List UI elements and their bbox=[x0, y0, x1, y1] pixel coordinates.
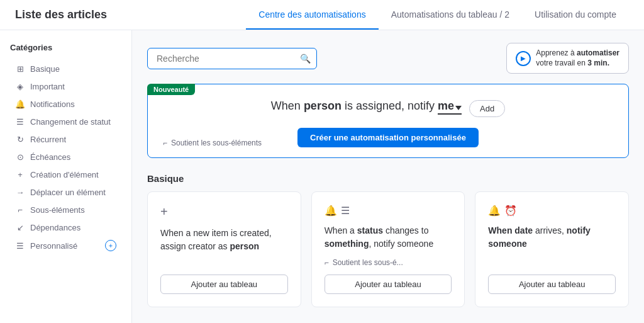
tab-centre[interactable]: Centre des automatisations bbox=[246, 1, 378, 30]
sidebar-item-changement[interactable]: ☰ Changement de statut bbox=[10, 113, 121, 130]
status-bold: status bbox=[357, 225, 383, 235]
card-text: When date arrives, notify someone bbox=[488, 224, 616, 267]
nouveaute-badge: Nouveauté bbox=[147, 84, 195, 95]
featured-row: When person is assigned, notify me Add bbox=[168, 99, 608, 118]
card-icons: + bbox=[160, 205, 288, 219]
card-text: When a status changes to something, noti… bbox=[325, 224, 452, 251]
card-status-change: 🔔 ☰ When a status changes to something, … bbox=[311, 191, 465, 307]
content: Catégories ⊞ Basique ◈ Important 🔔 Notif… bbox=[0, 30, 644, 323]
subitems-label: Soutient les sous-éléments bbox=[171, 139, 262, 147]
sidebar-item-notifications[interactable]: 🔔 Notifications bbox=[10, 95, 121, 113]
sidebar-item-dependances[interactable]: ↙ Dépendances bbox=[10, 218, 121, 236]
dependency-icon: ↙ bbox=[15, 222, 25, 232]
me-underline: me bbox=[438, 99, 462, 113]
play-icon: ▶ bbox=[516, 51, 531, 66]
something-bold: something bbox=[325, 239, 369, 249]
sidebar-item-label: Important bbox=[30, 82, 116, 91]
sidebar-item-basique[interactable]: ⊞ Basique bbox=[10, 60, 121, 77]
sidebar-item-deplacer[interactable]: → Déplacer un élément bbox=[10, 183, 121, 201]
cards-grid-basique: + When a new item is created, assign cre… bbox=[147, 191, 629, 307]
card-date-arrives: 🔔 ⏰ When date arrives, notify someone Aj… bbox=[475, 191, 629, 307]
sidebar-item-label: Notifications bbox=[30, 99, 116, 109]
card-new-item: + When a new item is created, assign cre… bbox=[147, 191, 301, 307]
sidebar-item-label: Basique bbox=[30, 64, 116, 74]
add-custom-button[interactable]: + bbox=[105, 240, 116, 251]
tab-tableau[interactable]: Automatisations du tableau / 2 bbox=[379, 1, 522, 30]
subitems-text: Soutient les sous-é... bbox=[333, 258, 403, 267]
learn-text: Apprenez à automatiservotre travail en 3… bbox=[536, 48, 619, 68]
add-to-board-button-2[interactable]: Ajouter au tableau bbox=[325, 275, 452, 294]
featured-card: Nouveauté When person is assigned, notif… bbox=[147, 84, 629, 158]
sidebar-item-important[interactable]: ◈ Important bbox=[10, 77, 121, 95]
sidebar-item-personnalise[interactable]: ☰ Personnalisé + bbox=[10, 236, 121, 255]
sidebar-item-creation[interactable]: + Création d'élément bbox=[10, 166, 121, 183]
learn-button[interactable]: ▶ Apprenez à automatiservotre travail en… bbox=[506, 43, 629, 74]
create-custom-button[interactable]: Créer une automatisation personnalisée bbox=[297, 128, 479, 147]
sidebar-item-label: Changement de statut bbox=[30, 117, 116, 127]
sidebar-item-sous-elements[interactable]: ⌐ Sous-éléments bbox=[10, 201, 121, 218]
arrow-down-icon bbox=[455, 106, 462, 110]
add-to-board-button-1[interactable]: Ajouter au tableau bbox=[160, 275, 288, 294]
sidebar-item-label: Personnalisé bbox=[30, 241, 100, 251]
list-icon: ☰ bbox=[341, 205, 350, 217]
subitems-icon: ⌐ bbox=[163, 139, 167, 147]
bell-icon: 🔔 bbox=[488, 205, 501, 217]
arrow-right-icon: → bbox=[15, 187, 25, 197]
sidebar-item-echeances[interactable]: ⊙ Échéances bbox=[10, 148, 121, 166]
subitems-note: ⌐ Soutient les sous-éléments bbox=[163, 139, 262, 147]
header: Liste des articles Centre des automatisa… bbox=[0, 0, 644, 30]
card-text: When a new item is created, assign creat… bbox=[160, 227, 288, 267]
bell-icon: 🔔 bbox=[15, 99, 25, 109]
sidebar-item-label: Déplacer un élément bbox=[30, 188, 116, 197]
grid-icon: ⊞ bbox=[15, 64, 25, 74]
custom-icon: ☰ bbox=[15, 241, 25, 251]
recurrent-icon: ↻ bbox=[15, 134, 25, 144]
card-icons: 🔔 ⏰ bbox=[488, 205, 616, 217]
main-content: 🔍 ▶ Apprenez à automatiservotre travail … bbox=[132, 30, 644, 323]
tabs: Centre des automatisations Automatisatio… bbox=[246, 1, 629, 30]
search-icon: 🔍 bbox=[300, 54, 311, 64]
section-title-basique: Basique bbox=[147, 173, 629, 184]
sidebar-section-title: Catégories bbox=[10, 43, 121, 52]
sidebar-item-label: Échéances bbox=[30, 152, 116, 162]
clock-icon: ⏰ bbox=[504, 205, 517, 217]
tab-compte[interactable]: Utilisation du compte bbox=[522, 1, 629, 30]
subitems-icon: ⌐ bbox=[15, 205, 25, 215]
add-button[interactable]: Add bbox=[469, 100, 505, 117]
bell-icon: 🔔 bbox=[325, 205, 337, 217]
search-container: 🔍 bbox=[147, 48, 317, 69]
page-title: Liste des articles bbox=[15, 8, 107, 21]
plus-icon: + bbox=[15, 169, 25, 179]
sidebar-item-label: Dépendances bbox=[30, 223, 116, 232]
sidebar-item-label: Récurrent bbox=[30, 135, 116, 144]
featured-text: When person is assigned, notify me bbox=[271, 99, 462, 113]
sidebar-item-label: Création d'élément bbox=[30, 170, 116, 179]
sidebar: Catégories ⊞ Basique ◈ Important 🔔 Notif… bbox=[0, 30, 132, 323]
deadline-icon: ⊙ bbox=[15, 152, 25, 162]
person-bold: person bbox=[304, 99, 341, 112]
when-bold: When date bbox=[488, 225, 533, 235]
sidebar-item-label: Sous-éléments bbox=[30, 205, 116, 215]
add-to-board-button-3[interactable]: Ajouter au tableau bbox=[488, 275, 616, 294]
search-input[interactable] bbox=[147, 48, 317, 69]
card-subitems: ⌐ Soutient les sous-é... bbox=[325, 258, 452, 267]
person-bold: person bbox=[230, 241, 260, 251]
subitems-icon: ⌐ bbox=[325, 258, 329, 267]
card-icons: 🔔 ☰ bbox=[325, 205, 452, 217]
sidebar-item-recurrent[interactable]: ↻ Récurrent bbox=[10, 130, 121, 148]
status-icon: ☰ bbox=[15, 116, 25, 127]
top-bar: 🔍 ▶ Apprenez à automatiservotre travail … bbox=[147, 43, 629, 74]
app-container: Liste des articles Centre des automatisa… bbox=[0, 0, 644, 323]
me-bold: me bbox=[438, 99, 454, 112]
bookmark-icon: ◈ bbox=[15, 81, 25, 91]
plus-large-icon: + bbox=[160, 205, 168, 219]
